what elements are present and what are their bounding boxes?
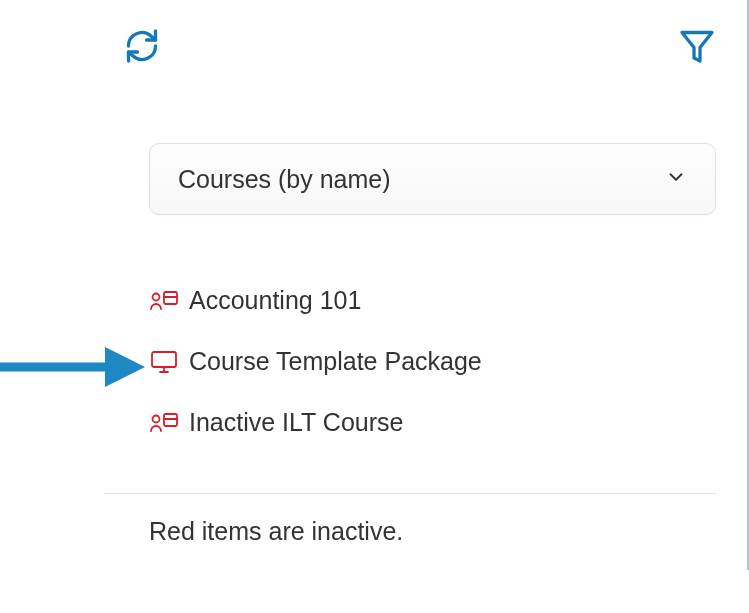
- refresh-button[interactable]: [123, 27, 161, 65]
- courses-sort-dropdown[interactable]: Courses (by name): [149, 143, 716, 215]
- svg-point-1: [153, 293, 160, 300]
- course-item-0[interactable]: Accounting 101: [149, 270, 716, 331]
- svg-rect-2: [164, 292, 177, 304]
- svg-rect-4: [152, 352, 176, 367]
- svg-rect-8: [164, 414, 177, 426]
- online-course-icon: [149, 350, 179, 374]
- course-item-1[interactable]: Course Template Package: [149, 331, 716, 392]
- divider: [104, 493, 716, 494]
- course-name-1: Course Template Package: [189, 347, 482, 376]
- dropdown-selected-label: Courses (by name): [178, 165, 665, 194]
- ilt-course-icon: [149, 289, 179, 313]
- course-name-0: Accounting 101: [189, 286, 361, 315]
- refresh-icon: [124, 28, 160, 64]
- course-name-2: Inactive ILT Course: [189, 408, 403, 437]
- svg-marker-0: [682, 33, 712, 62]
- filter-icon: [679, 28, 715, 64]
- annotation-arrow: [0, 342, 145, 392]
- hint-text: Red items are inactive.: [149, 517, 403, 546]
- chevron-down-icon: [665, 166, 687, 192]
- svg-point-7: [153, 415, 160, 422]
- filter-button[interactable]: [678, 27, 716, 65]
- course-item-2[interactable]: Inactive ILT Course: [149, 392, 716, 453]
- course-list: Accounting 101 Course Template Package I…: [149, 270, 716, 453]
- svg-marker-11: [105, 347, 145, 387]
- ilt-course-icon: [149, 411, 179, 435]
